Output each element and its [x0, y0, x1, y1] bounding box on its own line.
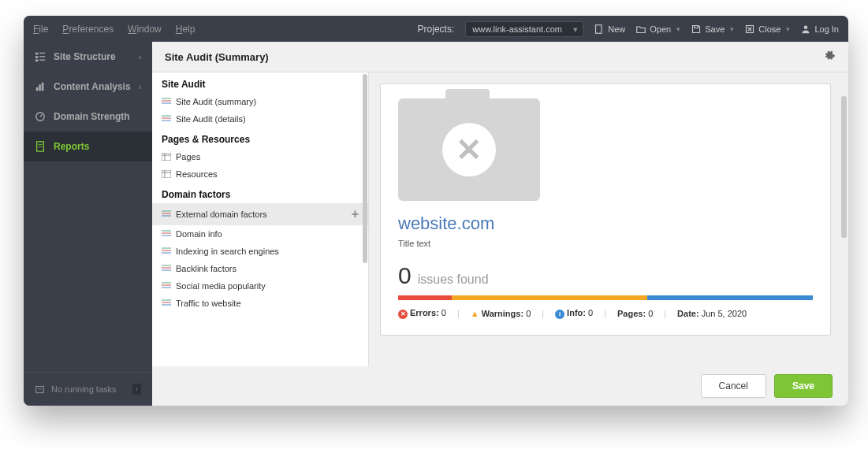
collapse-icon[interactable]: ‹ [132, 384, 141, 395]
user-icon [801, 24, 810, 34]
list-icon [162, 299, 171, 307]
group-site-audit: Site Audit [152, 72, 368, 93]
left-panel: Site Audit Site Audit (summary) Site Aud… [152, 72, 369, 366]
chevron-right-icon: › [139, 83, 141, 91]
group-domain-factors: Domain factors [152, 183, 368, 203]
list-icon [162, 210, 171, 218]
sidebar-item-content-analysis[interactable]: Content Analysis › [24, 72, 152, 102]
bar-info [647, 295, 813, 300]
item-label: External domain factors [176, 210, 267, 219]
projects-label: Projects: [418, 24, 455, 35]
group-pages-resources: Pages & Resources [152, 128, 368, 148]
svg-rect-3 [35, 53, 39, 55]
list-icon [162, 98, 171, 106]
item-site-audit-details[interactable]: Site Audit (details) [152, 110, 368, 128]
svg-point-2 [804, 25, 808, 29]
svg-rect-6 [39, 53, 45, 54]
site-title: website.com [398, 213, 813, 234]
open-button[interactable]: Open ▾ [636, 24, 680, 34]
main: Site Structure › Content Analysis › Doma… [24, 42, 848, 406]
menu-file[interactable]: File [33, 24, 48, 35]
plus-icon[interactable]: + [352, 207, 359, 221]
item-backlink-factors[interactable]: Backlink factors [152, 260, 368, 277]
separator: | [664, 309, 666, 318]
sidebar: Site Structure › Content Analysis › Doma… [24, 42, 152, 406]
page-title: Site Audit (Summary) [165, 51, 269, 63]
item-domain-info[interactable]: Domain info [152, 225, 368, 243]
new-label: New [608, 24, 625, 34]
scrollbar[interactable] [841, 96, 847, 238]
item-pages[interactable]: Pages [152, 148, 368, 165]
sidebar-item-label: Reports [54, 141, 89, 152]
sidebar-item-label: Content Analysis [54, 81, 131, 92]
stat-info: iInfo: 0 [555, 308, 593, 319]
stat-pages: Pages: 0 [617, 309, 653, 318]
bar-warnings [452, 295, 646, 300]
menu-preferences[interactable]: Preferences [62, 24, 114, 35]
list-icon [162, 247, 171, 255]
save-button[interactable]: Save [774, 374, 833, 398]
separator: | [457, 309, 460, 318]
new-icon [594, 24, 604, 34]
new-button[interactable]: New [594, 24, 625, 34]
menu-window[interactable]: Window [128, 24, 162, 35]
reports-icon [35, 141, 46, 152]
gear-icon[interactable] [824, 50, 836, 64]
sidebar-footer: No running tasks ‹ [24, 372, 152, 406]
issues-count: 0 [398, 262, 412, 289]
svg-rect-5 [35, 60, 39, 62]
svg-rect-0 [596, 24, 602, 33]
login-label: Log In [814, 24, 839, 34]
placeholder-circle: ✕ [442, 123, 496, 176]
sidebar-item-domain-strength[interactable]: Domain Strength [24, 102, 152, 132]
item-site-audit-summary[interactable]: Site Audit (summary) [152, 93, 368, 110]
chevron-down-icon: ▾ [676, 25, 680, 33]
sidebar-item-site-structure[interactable]: Site Structure › [24, 42, 152, 72]
save-icon [691, 24, 701, 34]
item-label: Domain info [176, 229, 222, 239]
bar-errors [398, 295, 452, 300]
scrollbar[interactable] [363, 74, 367, 263]
svg-rect-16 [36, 386, 44, 392]
close-icon [745, 24, 754, 34]
separator: | [604, 309, 606, 318]
item-indexing[interactable]: Indexing in search engines [152, 243, 368, 260]
item-label: Site Audit (details) [176, 114, 246, 124]
sidebar-item-label: Site Structure [54, 51, 116, 62]
sidebar-item-reports[interactable]: Reports [24, 132, 152, 161]
menu-help[interactable]: Help [176, 24, 196, 35]
structure-icon [35, 51, 46, 62]
cancel-button[interactable]: Cancel [701, 374, 766, 398]
stats-row: ✕Errors: 0 | ▲ Warnings: 0 | iInfo: 0 | … [398, 308, 813, 319]
list-icon [162, 230, 171, 238]
separator: | [542, 309, 544, 318]
item-label: Traffic to website [176, 299, 241, 308]
item-traffic[interactable]: Traffic to website [152, 295, 368, 312]
footer: Cancel Save [152, 366, 848, 406]
grid-icon [162, 153, 171, 161]
item-label: Site Audit (summary) [176, 97, 256, 106]
content: Site Audit (Summary) Site Audit Site Aud… [152, 42, 848, 406]
svg-rect-8 [39, 60, 45, 61]
content-header: Site Audit (Summary) [152, 42, 848, 72]
item-label: Social media popularity [176, 281, 266, 291]
item-label: Backlink factors [176, 264, 237, 273]
tasks-icon [35, 384, 45, 395]
close-label: Close [758, 24, 780, 34]
project-dropdown[interactable]: www.link-assistant.com [465, 21, 583, 37]
svg-rect-10 [39, 84, 41, 91]
stat-errors: ✕Errors: 0 [398, 308, 446, 319]
stat-date: Date: Jun 5, 2020 [677, 309, 747, 318]
close-button[interactable]: Close ▾ [745, 24, 790, 34]
item-social-media[interactable]: Social media popularity [152, 277, 368, 295]
svg-rect-4 [35, 56, 39, 58]
info-icon: i [555, 310, 564, 319]
menubar-left: File Preferences Window Help [33, 24, 195, 35]
item-resources[interactable]: Resources [152, 165, 368, 183]
chevron-down-icon: ▾ [786, 25, 790, 33]
item-external-domain-factors[interactable]: External domain factors+ [152, 203, 368, 225]
save-button[interactable]: Save ▾ [691, 24, 734, 34]
list-icon [162, 115, 171, 123]
svg-rect-24 [162, 153, 171, 161]
login-button[interactable]: Log In [801, 24, 839, 34]
